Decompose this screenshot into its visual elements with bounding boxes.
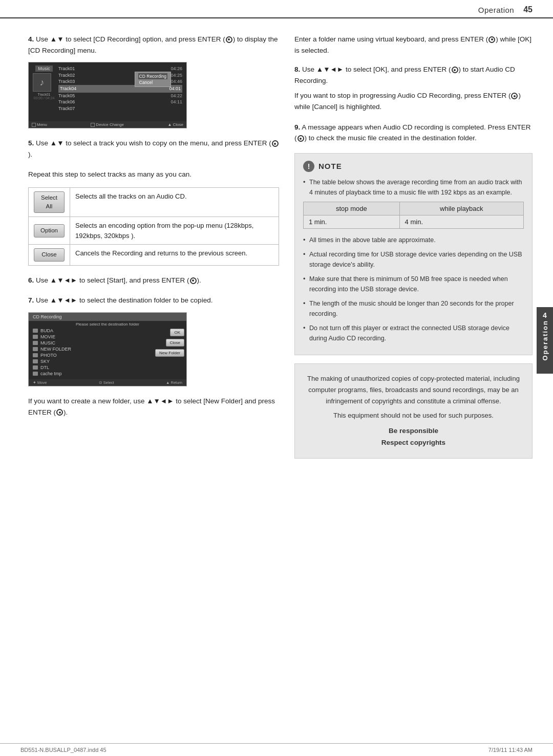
close-desc: Cancels the Recording and returns to the…: [70, 245, 279, 265]
note-bullet-3: Actual recording time for USB storage de…: [303, 249, 524, 270]
folder-item: MUSIC: [29, 340, 151, 346]
option-desc: Selects an encoding option from the pop-…: [70, 217, 279, 245]
note-bullet-5: The length of the music should be longer…: [303, 298, 524, 319]
button-table: Select All Selects all the tracks on an …: [28, 187, 279, 266]
folder-item: DTL: [29, 364, 151, 371]
track-item: Track06 04:11: [58, 99, 182, 105]
step-5-number: 5.: [28, 139, 34, 147]
screenshot-2: CD Recording Please select the destinati…: [28, 312, 187, 386]
enter-icon-8: [297, 135, 304, 142]
step-6-number: 6.: [28, 276, 34, 284]
copyright-box: The making of unauthorized copies of cop…: [294, 363, 533, 459]
note-title: NOTE: [318, 162, 342, 170]
new-folder-text: If you want to create a new folder, use …: [28, 396, 279, 418]
enter-folder-text: Enter a folder name using virtual keyboa…: [294, 34, 533, 56]
table-header-row: stop mode while playback: [304, 202, 524, 215]
copyright-bold: Be responsible Respect copyrights: [307, 425, 520, 449]
step-6-text: 6. Use ▲▼◄► to select [Start], and press…: [28, 275, 279, 286]
sc2-title: CD Recording: [29, 313, 186, 321]
folder-item: BUDA: [29, 328, 151, 334]
side-tab-label: Operation: [541, 320, 549, 360]
folder-item: cache tmp: [29, 371, 151, 377]
note-bullet-4: Make sure that there is minimum of 50 MB…: [303, 274, 524, 294]
device-change-btn: Device Change: [91, 122, 124, 127]
close-cell: Close: [29, 245, 70, 265]
track-item: Track01 04:26: [58, 66, 182, 72]
folder-item: PHOTO: [29, 352, 151, 358]
side-tab-number: 4: [543, 311, 547, 319]
be-responsible: Be responsible: [389, 427, 438, 435]
return-hint: ▲ Return: [166, 380, 182, 385]
table-data-row: 1 min. 4 min.: [304, 215, 524, 228]
move-hint: ✦ Move: [33, 380, 47, 385]
enter-icon-2: [272, 140, 279, 147]
track-list: Track01 04:26 Track02 04:25 Track03 04:4…: [58, 66, 182, 112]
track-item: Track07: [58, 105, 182, 112]
enter-icon-3: [190, 277, 197, 284]
note-box: ! NOTE The table below shows the average…: [294, 153, 533, 355]
select-all-cell: Select All: [29, 187, 70, 217]
sc2-bottom-bar: ✦ Move ⊙ Select ▲ Return: [29, 379, 186, 386]
side-tab: 4 Operation: [537, 307, 553, 374]
folder-item: SKY: [29, 358, 151, 364]
close-button[interactable]: Close: [34, 248, 65, 261]
enter-icon-7: [511, 93, 518, 99]
step-9-text: 9. A message appears when Audio CD recor…: [294, 122, 533, 144]
option-button[interactable]: Option: [34, 224, 65, 237]
step-5-block: 5. Use ▲▼ to select a track you wish to …: [28, 138, 279, 160]
copyright-text-1: The making of unauthorized copies of cop…: [307, 373, 520, 407]
enter-icon-6: [452, 67, 458, 73]
note-exclamation-icon: !: [303, 161, 314, 172]
close-button-sc2[interactable]: Close: [166, 339, 184, 347]
page-header: Operation 45: [0, 0, 553, 18]
enter-icon-1: [226, 36, 232, 43]
popup-cancel: Cancel: [138, 79, 167, 85]
step-6-block: 6. Use ▲▼◄► to select [Start], and press…: [28, 275, 279, 286]
page-footer: BD551-N.BUSALLP_0487.indd 45 7/19/11 11:…: [0, 743, 553, 756]
sc2-subtitle: Please select the destination folder: [29, 321, 186, 328]
step-4-text: 4. Use ▲▼ to select [CD Recording] optio…: [28, 34, 279, 56]
left-column: 4. Use ▲▼ to select [CD Recording] optio…: [28, 34, 279, 459]
new-folder-button-sc2[interactable]: New Folder: [155, 349, 184, 357]
screenshot-1: Music ♪ Track01 00:00 / 04:24 Track01 04…: [28, 62, 187, 128]
folder-item: NEW FOLDER: [29, 346, 151, 352]
note-header: ! NOTE: [303, 161, 524, 172]
enter-icon-4: [56, 409, 63, 416]
table-row: Select All Selects all the tracks on an …: [29, 187, 279, 217]
step-4-block: 4. Use ▲▼ to select [CD Recording] optio…: [28, 34, 279, 128]
ok-button-sc2[interactable]: OK: [170, 329, 184, 336]
note-bullet-1: The table below shows the average record…: [303, 177, 524, 198]
step-8-text: 8. Use ▲▼◄► to select [OK], and press EN…: [294, 64, 533, 86]
step-5-text: 5. Use ▲▼ to select a track you wish to …: [28, 138, 279, 160]
note-bullet-2: All times in the above table are approxi…: [303, 235, 524, 245]
while-playback-value: 4 min.: [399, 215, 523, 228]
header-title: Operation: [478, 6, 514, 14]
page-number: 45: [523, 5, 533, 14]
option-cell: Option: [29, 217, 70, 245]
respect-copyrights: Respect copyrights: [381, 439, 445, 446]
folder-item: MOVIE: [29, 334, 151, 340]
enter-icon-5: [488, 36, 495, 43]
menu-btn: Menu: [32, 122, 47, 127]
right-column: Enter a folder name using virtual keyboa…: [294, 34, 533, 459]
col-header-playback: while playback: [399, 202, 523, 215]
screenshot-bottom-bar: Menu Device Change ▲ Close: [29, 121, 186, 128]
col-header-stop: stop mode: [304, 202, 400, 215]
table-row: Close Cancels the Recording and returns …: [29, 245, 279, 265]
step-9-block: 9. A message appears when Audio CD recor…: [294, 122, 533, 144]
step-4-number: 4.: [28, 35, 34, 43]
step-7-block: 7. Use ▲▼◄► to select the destination fo…: [28, 295, 279, 386]
select-hint: ⊙ Select: [99, 380, 114, 385]
footer-left: BD551-N.BUSALLP_0487.indd 45: [20, 747, 107, 753]
step-7-text: 7. Use ▲▼◄► to select the destination fo…: [28, 295, 279, 306]
select-all-desc: Selects all the tracks on an Audio CD.: [70, 187, 279, 217]
cd-recording-popup: CD Recording Cancel: [135, 72, 171, 87]
step-7-number: 7.: [28, 296, 34, 304]
music-thumbnail: ♪: [33, 73, 51, 92]
select-all-button[interactable]: Select All: [34, 191, 65, 213]
stop-mode-value: 1 min.: [304, 215, 400, 228]
table-row: Option Selects an encoding option from t…: [29, 217, 279, 245]
copyright-text-2: This equipment should not be used for su…: [307, 410, 520, 421]
footer-right: 7/19/11 11:43 AM: [488, 747, 533, 753]
step-8-cancel-note: If you want to stop in progressing Audio…: [294, 90, 533, 112]
